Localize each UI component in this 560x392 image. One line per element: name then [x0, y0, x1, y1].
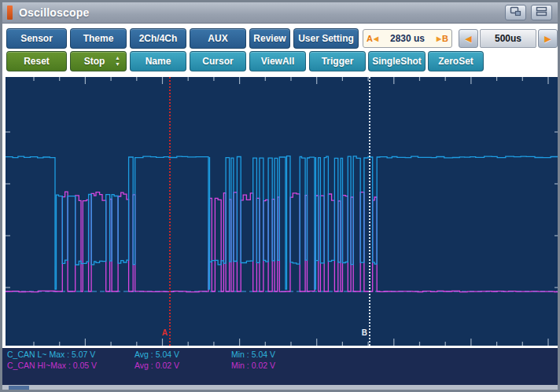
ch1-min-readout: Min : 5.04 V [231, 350, 275, 359]
ab-cursor-delta-readout[interactable]: A ◀ 2830 us ▶ B [363, 29, 452, 48]
singleshot-button[interactable]: SingleShot [368, 51, 426, 71]
trigger-button-label: Trigger [322, 56, 354, 67]
user-setting-button-label: User Setting [298, 33, 354, 44]
tile-windows-icon [536, 5, 547, 20]
stop-button[interactable]: Stop ▲ ▼ [70, 51, 127, 71]
theme-button-label: Theme [83, 33, 114, 44]
ch2-max-readout: C_CAN HI~Max : 0.05 V [7, 361, 97, 370]
cascade-windows-icon [510, 5, 521, 20]
ab-delta-value: 2830 us [379, 33, 436, 44]
right-arrow-icon: ▶ [544, 34, 551, 44]
waveform-display: A B [6, 77, 559, 346]
bottom-frame [2, 385, 558, 390]
user-setting-button[interactable]: User Setting [293, 28, 359, 49]
channel1-measurements: C_CAN L~ Max : 5.07 V Avg : 5.04 V Min :… [2, 350, 558, 360]
tile-windows-button[interactable] [531, 5, 552, 20]
channel2-measurements: C_CAN HI~Max : 0.05 V Avg : 0.02 V Min :… [2, 361, 558, 371]
spinner-up-icon: ▲ [115, 55, 120, 61]
cursor-b-arrow-icon: ▶ [436, 35, 442, 42]
zeroset-button[interactable]: ZeroSet [428, 51, 484, 71]
measurement-panel: C_CAN L~ Max : 5.07 V Avg : 5.04 V Min :… [2, 348, 558, 385]
cursor-b-indicator: B [442, 34, 448, 43]
cursor-a-line[interactable] [169, 77, 171, 346]
singleshot-button-label: SingleShot [372, 56, 422, 67]
timebase-decrease-button[interactable]: ◀ [459, 29, 478, 48]
oscilloscope-window: Oscilloscope Sensor Theme 2Ch/4Ch AUX Re… [0, 0, 560, 392]
review-button[interactable]: Review [249, 28, 290, 49]
channel-mode-button[interactable]: 2Ch/4Ch [130, 28, 186, 49]
spinner-down-icon: ▼ [115, 61, 120, 68]
sensor-button-label: Sensor [20, 33, 53, 44]
ch1-max-readout: C_CAN L~ Max : 5.07 V [7, 350, 95, 359]
trigger-button[interactable]: Trigger [309, 51, 366, 71]
cursor-button-label: Cursor [202, 56, 233, 67]
viewall-button-label: ViewAll [261, 56, 294, 67]
reset-button[interactable]: Reset [6, 51, 67, 71]
theme-button[interactable]: Theme [70, 28, 127, 49]
ch2-avg-readout: Avg : 0.02 V [134, 361, 179, 370]
sensor-button[interactable]: Sensor [6, 28, 67, 49]
timebase-increase-button[interactable]: ▶ [538, 29, 558, 48]
cursor-button[interactable]: Cursor [190, 51, 246, 71]
timebase-display: 500us [480, 29, 536, 48]
aux-button[interactable]: AUX [190, 28, 246, 49]
cursor-a-label: A [158, 328, 168, 337]
cursor-a-indicator: A [367, 34, 373, 43]
reset-button-label: Reset [24, 56, 50, 67]
ch1-avg-readout: Avg : 5.04 V [134, 350, 179, 359]
ch2-min-readout: Min : 0.02 V [231, 361, 275, 370]
cursor-b-label: B [358, 328, 367, 337]
aux-button-label: AUX [208, 33, 227, 44]
review-button-label: Review [253, 33, 286, 44]
viewall-button[interactable]: ViewAll [249, 51, 306, 71]
title-bar: Oscilloscope [2, 2, 558, 24]
channel-mode-button-label: 2Ch/4Ch [139, 33, 178, 44]
window-title: Oscilloscope [19, 6, 90, 19]
bottom-resize-tab[interactable] [9, 386, 29, 390]
stop-button-label: Stop [84, 56, 105, 67]
cursor-a-arrow-icon: ◀ [373, 35, 379, 42]
stop-spinner-icon[interactable]: ▲ ▼ [115, 55, 120, 68]
cursor-b-line[interactable] [369, 77, 370, 346]
waveform-plot [6, 77, 559, 346]
title-accent-bar [7, 5, 13, 20]
name-button[interactable]: Name [130, 51, 186, 71]
arrange-windows-button[interactable] [505, 5, 526, 20]
name-button-label: Name [146, 56, 171, 67]
zeroset-button-label: ZeroSet [438, 56, 473, 67]
left-arrow-icon: ◀ [465, 34, 471, 44]
timebase-value: 500us [495, 33, 521, 44]
